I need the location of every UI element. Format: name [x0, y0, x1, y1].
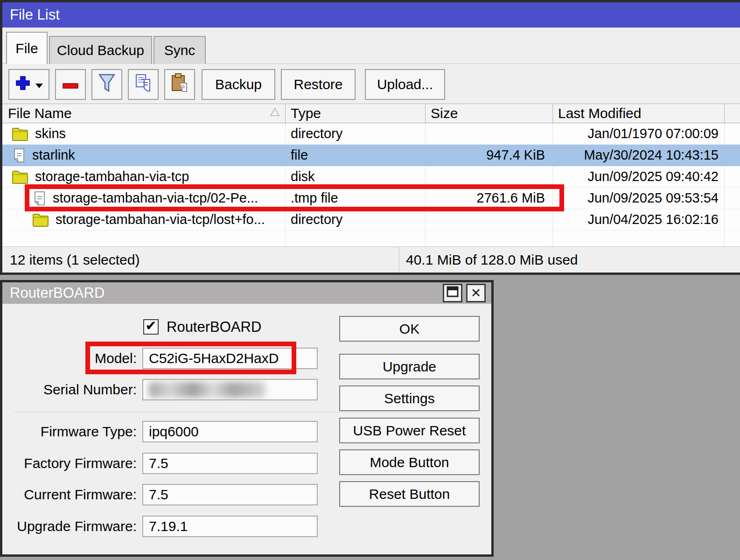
field-value-model[interactable]: C52iG-5HaxD2HaxD [142, 348, 318, 369]
paste-button[interactable] [164, 69, 195, 100]
check-icon: ✔ [145, 319, 156, 333]
file-size-cell [425, 166, 552, 187]
file-name-cell: storage-tambahan-via-tcp/lost+fo... [2, 209, 285, 230]
file-name-cell: storage-tambahan-via-tcp [2, 166, 285, 187]
table-row[interactable]: starlinkfile947.4 KiBMay/30/2024 10:43:1… [2, 145, 740, 166]
filter-button[interactable] [91, 69, 122, 100]
field-value-serial-number[interactable] [142, 379, 318, 400]
column-header-label: Last Modified [558, 105, 641, 121]
table-row[interactable]: storage-tambahan-via-tcpdiskJun/09/2025 … [2, 166, 740, 188]
ok-button[interactable]: OK [339, 316, 480, 342]
file-name-text: starlink [32, 147, 75, 163]
table-row[interactable]: skinsdirectoryJan/01/1970 07:00:09 [2, 123, 740, 145]
file-modified-cell: Jan/01/1970 07:00:09 [552, 123, 724, 144]
tab-sync[interactable]: Sync [154, 36, 206, 64]
maximize-button[interactable] [443, 284, 462, 302]
blurred-serial-number [149, 382, 265, 398]
remove-icon [62, 77, 79, 92]
column-header-size[interactable]: Size [425, 104, 552, 123]
settings-button[interactable]: Settings [339, 385, 480, 411]
field-label-model: Model: [2, 348, 137, 369]
field-label-upgrade-firmware: Upgrade Firmware: [2, 516, 137, 537]
file-list-titlebar[interactable]: File List [2, 2, 740, 28]
header-column-separator [285, 104, 286, 123]
field-label-serial-number: Serial Number: [2, 379, 137, 400]
maximize-icon [447, 286, 459, 301]
file-type-cell: .tmp file [285, 188, 425, 209]
upgrade-button[interactable]: Upgrade [339, 354, 480, 379]
routerboard-checkbox-label: RouterBOARD [167, 318, 261, 336]
file-list-statusbar: 12 items (1 selected) 40.1 MiB of 128.0 … [2, 246, 740, 273]
copy-button[interactable] [128, 69, 159, 100]
file-name-cell: starlink [2, 145, 285, 166]
button-label: Reset Button [369, 486, 450, 502]
close-button[interactable]: ✕ [466, 284, 486, 302]
button-label: USB Power Reset [353, 423, 466, 439]
toolbar-button-label: Upload... [377, 77, 433, 92]
file-name-cell: skins [2, 123, 285, 144]
header-column-separator [552, 104, 553, 123]
field-value-upgrade-firmware[interactable]: 7.19.1 [142, 516, 318, 537]
tab-label: Cloud Backup [57, 42, 144, 58]
paste-icon [170, 73, 189, 97]
caret-down-icon [35, 77, 44, 92]
file-modified-cell: Jun/09/2025 09:40:42 [552, 166, 724, 187]
column-header-label: File Name [8, 105, 72, 121]
remove-button[interactable] [55, 69, 86, 100]
routerboard-titlebar[interactable]: RouterBOARD ✕ [2, 282, 491, 304]
file-name-text: skins [35, 126, 66, 141]
section-divider [14, 412, 472, 413]
button-label: Mode Button [370, 455, 449, 470]
add-button[interactable] [8, 69, 49, 100]
table-row[interactable]: storage-tambahan-via-tcp/lost+fo...direc… [2, 209, 740, 231]
header-column-separator [724, 104, 725, 123]
restore-button[interactable]: Restore [281, 69, 356, 100]
reset-button-button[interactable]: Reset Button [339, 481, 480, 507]
folder-icon [12, 170, 28, 184]
file-icon [32, 191, 46, 206]
file-modified-cell: May/30/2024 10:43:15 [552, 145, 724, 166]
mode-button-button[interactable]: Mode Button [339, 449, 480, 475]
field-value-firmware-type[interactable]: ipq6000 [142, 421, 318, 442]
copy-icon [134, 73, 153, 96]
routerboard-title: RouterBOARD [10, 285, 105, 301]
file-table-body: skinsdirectoryJan/01/1970 07:00:09starli… [2, 123, 740, 246]
status-items-count: 12 items (1 selected) [2, 247, 399, 273]
file-size-cell: 2761.6 MiB [425, 188, 552, 209]
column-header-type[interactable]: Type [285, 104, 425, 123]
field-value-text: ipq6000 [149, 424, 199, 440]
tab-label: File [15, 41, 38, 56]
column-header-label: Size [431, 105, 458, 121]
field-value-current-firmware[interactable]: 7.5 [142, 484, 318, 505]
tab-cloud-backup[interactable]: Cloud Backup [49, 36, 152, 64]
column-header-label: Type [291, 105, 321, 121]
file-modified-cell: Jun/09/2025 09:53:54 [552, 188, 724, 209]
file-name-text: storage-tambahan-via-tcp/lost+fo... [56, 212, 265, 227]
toolbar-button-label: Backup [215, 77, 262, 92]
file-name-text: storage-tambahan-via-tcp [35, 169, 189, 184]
field-label-current-firmware: Current Firmware: [2, 484, 137, 505]
usb-power-reset-button[interactable]: USB Power Reset [339, 418, 480, 443]
status-disk-usage: 40.1 MiB of 128.0 MiB used [399, 247, 740, 273]
file-list-tabstrip: FileCloud BackupSync [2, 28, 740, 64]
sort-ascending-icon [269, 107, 280, 119]
field-value-factory-firmware[interactable]: 7.5 [142, 453, 318, 474]
backup-button[interactable]: Backup [202, 69, 275, 100]
column-header-last-modified[interactable]: Last Modified [552, 104, 724, 123]
folder-icon [12, 127, 28, 141]
upload-button[interactable]: Upload... [365, 69, 445, 100]
routerboard-checkbox[interactable]: ✔ [143, 319, 159, 335]
tab-file[interactable]: File [6, 32, 48, 64]
column-header-file-name[interactable]: File Name [2, 104, 285, 123]
file-icon [12, 148, 26, 163]
file-size-cell [425, 123, 552, 144]
field-value-text: 7.19.1 [149, 518, 188, 534]
toolbar-button-label: Restore [293, 77, 342, 92]
file-type-cell: directory [285, 123, 425, 144]
field-label-factory-firmware: Factory Firmware: [2, 453, 137, 474]
routerboard-content: ✔ RouterBOARD Model:C52iG-5HaxD2HaxDSeri… [2, 304, 491, 554]
file-list-window: File List FileCloud BackupSync BackupRes… [0, 0, 740, 275]
file-name-text: storage-tambahan-via-tcp/02-Pe... [53, 190, 258, 206]
table-row[interactable]: storage-tambahan-via-tcp/02-Pe....tmp fi… [2, 188, 740, 209]
filter-icon [98, 73, 116, 96]
